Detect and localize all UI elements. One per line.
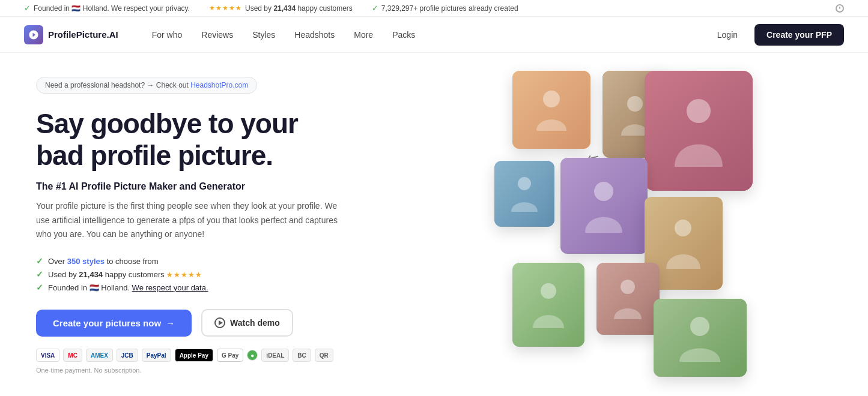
feature-text-1: Over 350 styles to choose from bbox=[48, 257, 159, 266]
top-bar: ✓ Founded in 🇳🇱 Holland. We respect your… bbox=[0, 0, 868, 17]
person-silhouette-6 bbox=[664, 214, 703, 274]
svg-point-6 bbox=[541, 283, 556, 299]
photo-card-4 bbox=[494, 161, 554, 227]
photo-card-8 bbox=[596, 263, 660, 335]
nav-link-for-who[interactable]: For who bbox=[142, 25, 192, 44]
promo-text: Need a professional headshot? → Check ou… bbox=[45, 81, 248, 89]
photo-placeholder-7 bbox=[512, 263, 584, 347]
svg-point-1 bbox=[627, 96, 643, 112]
nav-links: For who Reviews Styles Headshots More Pa… bbox=[142, 25, 708, 44]
arrow-icon: → bbox=[166, 318, 175, 328]
photo-placeholder-9 bbox=[654, 299, 747, 377]
greendot-icon: ● bbox=[247, 350, 258, 361]
ideal-icon: iDEAL bbox=[261, 349, 289, 362]
photo-placeholder-8 bbox=[596, 263, 660, 335]
person-silhouette-1 bbox=[533, 86, 569, 134]
svg-point-3 bbox=[518, 177, 531, 190]
photo-card-1 bbox=[512, 71, 590, 149]
svg-point-5 bbox=[675, 220, 691, 236]
person-silhouette-9 bbox=[676, 311, 723, 365]
person-silhouette-4 bbox=[509, 173, 539, 215]
topbar-customers: ★★★★★ Used by 21,434 happy customers bbox=[209, 4, 353, 13]
nav-link-styles[interactable]: Styles bbox=[243, 25, 285, 44]
logo-text: ProfilePicture.AI bbox=[48, 29, 118, 40]
headshot-pro-link[interactable]: HeadshotPro.com bbox=[190, 81, 248, 89]
hero-subtitle: The #1 AI Profile Picture Maker and Gene… bbox=[36, 181, 360, 192]
logo[interactable]: ProfilePicture.AI bbox=[24, 25, 118, 44]
create-pictures-button[interactable]: Create your pictures now → bbox=[36, 310, 192, 337]
person-silhouette-8 bbox=[612, 275, 643, 323]
bancontact-icon: BC bbox=[293, 349, 311, 362]
feature-item-styles: ✓ Over 350 styles to choose from bbox=[36, 256, 360, 266]
topbar-stars: ★★★★★ bbox=[209, 4, 242, 12]
logo-icon bbox=[24, 25, 43, 44]
check-icon-1: ✓ bbox=[24, 4, 31, 13]
photo-placeholder-1 bbox=[512, 71, 590, 149]
scroll-indicator bbox=[836, 4, 844, 13]
svg-point-4 bbox=[594, 182, 613, 201]
watch-demo-button[interactable]: Watch demo bbox=[201, 309, 293, 337]
cta-row: Create your pictures now → Watch demo bbox=[36, 309, 360, 337]
nav-link-reviews[interactable]: Reviews bbox=[192, 25, 243, 44]
svg-point-2 bbox=[687, 99, 711, 123]
mastercard-icon: MC bbox=[63, 349, 82, 362]
scroll-dot bbox=[839, 7, 840, 9]
feature-text-3: Founded in 🇳🇱 Holland. We respect your d… bbox=[48, 283, 208, 292]
svg-point-7 bbox=[621, 280, 635, 294]
amex-icon: AMEX bbox=[86, 349, 113, 362]
photo-card-3 bbox=[645, 71, 753, 191]
hero-title-line2: bad profile picture. bbox=[36, 140, 273, 171]
navigation: ProfilePicture.AI For who Reviews Styles… bbox=[0, 17, 868, 53]
person-silhouette-5 bbox=[582, 176, 625, 236]
check-icon-3: ✓ bbox=[372, 4, 378, 13]
topbar-privacy-text: Founded in 🇳🇱 Holland. We respect your p… bbox=[34, 4, 190, 13]
feature-check-2: ✓ bbox=[36, 269, 43, 279]
photo-placeholder-4 bbox=[494, 161, 554, 227]
nav-link-more[interactable]: More bbox=[344, 25, 383, 44]
play-triangle bbox=[219, 320, 223, 325]
nav-link-headshots[interactable]: Headshots bbox=[285, 25, 344, 44]
photo-card-9 bbox=[654, 299, 747, 377]
payment-icons: VISA MC AMEX JCB PayPal Apple Pay G Pay … bbox=[36, 349, 360, 362]
hero-right: Training set ↙ bbox=[384, 53, 868, 396]
nav-link-packs[interactable]: Packs bbox=[383, 25, 425, 44]
gpay-icon: G Pay bbox=[217, 349, 243, 362]
feature-item-founded: ✓ Founded in 🇳🇱 Holland. We respect your… bbox=[36, 283, 360, 292]
photos-collage: Training set ↙ bbox=[494, 65, 759, 377]
person-silhouette-3 bbox=[672, 92, 726, 170]
photo-placeholder-3 bbox=[645, 71, 753, 191]
play-icon bbox=[214, 317, 225, 328]
discover-icon: JCB bbox=[117, 349, 138, 362]
svg-point-8 bbox=[690, 317, 709, 336]
feature-check-3: ✓ bbox=[36, 283, 43, 292]
hero-left: Need a professional headshot? → Check ou… bbox=[0, 53, 384, 396]
hero-title-line1: Say goodbye to your bbox=[36, 108, 298, 139]
topbar-customers-text: Used by 21,434 happy customers bbox=[245, 4, 353, 13]
photo-card-5 bbox=[560, 158, 648, 254]
data-policy-link[interactable]: We respect your data. bbox=[132, 283, 208, 292]
photo-card-7 bbox=[512, 263, 584, 347]
promo-banner: Need a professional headshot? → Check ou… bbox=[36, 77, 257, 94]
hero-description: Your profile picture is the first thing … bbox=[36, 199, 348, 242]
svg-point-0 bbox=[543, 91, 560, 107]
create-pfp-button[interactable]: Create your PFP bbox=[754, 24, 844, 46]
photo-placeholder-5 bbox=[560, 158, 648, 254]
main-content: Need a professional headshot? → Check ou… bbox=[0, 53, 868, 396]
feature-check-1: ✓ bbox=[36, 256, 43, 266]
logo-svg bbox=[28, 29, 39, 40]
paypal-icon: PayPal bbox=[142, 349, 171, 362]
topbar-privacy: ✓ Founded in 🇳🇱 Holland. We respect your… bbox=[24, 4, 190, 13]
hero-title: Say goodbye to your bad profile picture. bbox=[36, 108, 360, 172]
qr-icon: QR bbox=[315, 349, 333, 362]
payment-note: One-time payment. No subscription. bbox=[36, 367, 360, 374]
feature-list: ✓ Over 350 styles to choose from ✓ Used … bbox=[36, 256, 360, 292]
create-pictures-label: Create your pictures now bbox=[53, 318, 161, 328]
watch-demo-label: Watch demo bbox=[230, 318, 280, 328]
feature-text-2: Used by 21,434 happy customers ★★★★★ bbox=[48, 270, 202, 279]
styles-link[interactable]: 350 styles bbox=[67, 257, 105, 266]
login-button[interactable]: Login bbox=[708, 25, 747, 44]
person-silhouette-7 bbox=[530, 278, 566, 332]
topbar-pictures-text: 7,329,297+ profile pictures already crea… bbox=[381, 4, 518, 13]
applepay-icon: Apple Pay bbox=[175, 349, 213, 362]
feature-item-customers: ✓ Used by 21,434 happy customers ★★★★★ bbox=[36, 269, 360, 279]
